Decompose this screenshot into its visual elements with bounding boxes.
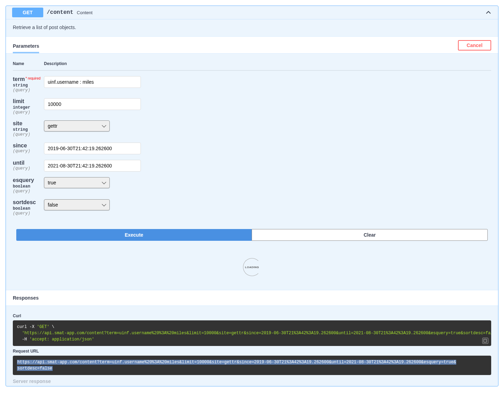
limit-input[interactable]	[44, 98, 141, 110]
param-in: (query)	[13, 149, 44, 154]
param-in: (query)	[13, 211, 44, 216]
operation-path: /content	[47, 9, 73, 16]
param-type: integer	[13, 105, 44, 110]
term-input[interactable]	[44, 76, 141, 88]
param-row-term: termrequired string (query)	[13, 73, 491, 95]
sortdesc-select[interactable]: false	[44, 199, 110, 210]
param-in: (query)	[13, 132, 44, 137]
column-description: Description	[44, 61, 67, 66]
param-row-until: until (query)	[13, 157, 491, 174]
execute-button[interactable]: Execute	[16, 229, 252, 241]
param-row-since: since (query)	[13, 140, 491, 157]
request-url-label: Request URL	[13, 349, 491, 354]
param-type: boolean	[13, 184, 44, 189]
param-type: string	[13, 83, 44, 88]
chevron-up-icon[interactable]	[485, 9, 492, 16]
param-row-esquery: esquery boolean (query) true	[13, 174, 491, 197]
param-name: since	[13, 143, 27, 148]
param-name: term	[13, 76, 25, 82]
curl-text: 'https://api.smat-app.com/content?term=u…	[17, 331, 491, 336]
param-in: (query)	[13, 110, 44, 115]
site-select[interactable]: gettr	[44, 120, 110, 131]
sortdesc-select-wrap: false	[44, 199, 110, 210]
request-url-text: https://api.smat-app.com/content?term=ui…	[17, 360, 456, 365]
operation-summary: Content	[77, 10, 93, 15]
param-name: until	[13, 160, 25, 166]
method-badge: GET	[12, 8, 43, 17]
column-name: Name	[13, 61, 44, 66]
operation-description-area: Retrieve a list of post objects.	[6, 19, 498, 36]
param-name: sortdesc	[13, 199, 36, 205]
responses-label: Responses	[13, 295, 39, 301]
curl-text: \	[50, 325, 54, 329]
request-url-text: sortdesc=false	[17, 366, 53, 371]
param-in: (query)	[13, 88, 44, 93]
clear-button[interactable]: Clear	[252, 229, 488, 241]
param-name: esquery	[13, 177, 34, 183]
cancel-button[interactable]: Cancel	[458, 40, 491, 51]
operation-panel: GET /content Content Retrieve a list of …	[6, 6, 498, 386]
action-buttons: Execute Clear	[6, 229, 498, 248]
curl-text: 'GET'	[37, 325, 50, 329]
curl-text: -H	[17, 337, 29, 342]
param-in: (query)	[13, 166, 44, 171]
esquery-select[interactable]: true	[44, 177, 110, 188]
parameters-header-row: Name Description	[13, 57, 491, 71]
responses-body: Curl curl -X 'GET' \ 'https://api.smat-a…	[6, 306, 498, 386]
curl-block: curl -X 'GET' \ 'https://api.smat-app.co…	[13, 320, 491, 346]
required-badge: required	[25, 76, 40, 80]
param-row-sortdesc: sortdesc boolean (query) false	[13, 197, 491, 219]
server-response-label: Server response	[13, 378, 491, 384]
param-in: (query)	[13, 189, 44, 194]
responses-bar: Responses	[6, 290, 498, 306]
parameters-bar: Parameters Cancel	[6, 36, 498, 54]
parameters-table: Name Description termrequired string (qu…	[6, 54, 498, 229]
operation-header[interactable]: GET /content Content	[6, 6, 498, 19]
param-type: string	[13, 127, 44, 132]
request-url-block: https://api.smat-app.com/content?term=ui…	[13, 356, 491, 375]
loading-indicator: LOADING	[6, 248, 498, 290]
site-select-wrap: gettr	[44, 120, 110, 131]
curl-label: Curl	[13, 313, 491, 318]
param-row-limit: limit integer (query)	[13, 95, 491, 118]
esquery-select-wrap: true	[44, 177, 110, 188]
param-type: boolean	[13, 206, 44, 211]
until-input[interactable]	[44, 160, 141, 172]
copy-icon[interactable]	[482, 338, 488, 344]
curl-text: curl -X	[17, 325, 37, 329]
curl-text: 'accept: application/json'	[29, 337, 94, 342]
operation-description: Retrieve a list of post objects.	[13, 25, 491, 30]
param-name: limit	[13, 98, 24, 104]
param-row-site: site string (query) gettr	[13, 118, 491, 140]
param-name: site	[13, 120, 22, 126]
parameters-tab[interactable]: Parameters	[13, 40, 39, 53]
spinner-icon: LOADING	[243, 258, 261, 276]
since-input[interactable]	[44, 143, 141, 154]
